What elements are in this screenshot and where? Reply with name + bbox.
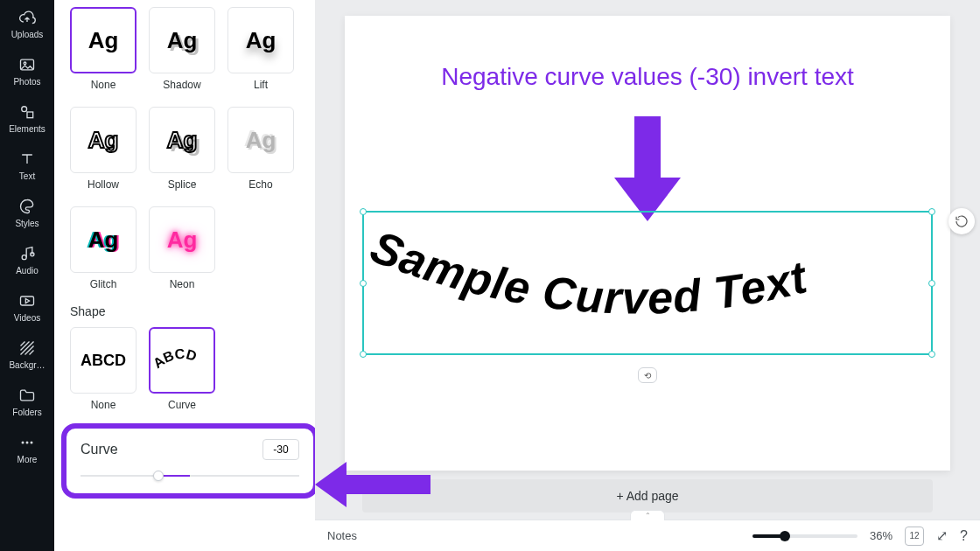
- rail-more[interactable]: More: [0, 425, 54, 472]
- rail-label: Videos: [14, 313, 40, 323]
- rail-folders[interactable]: Folders: [0, 378, 54, 425]
- curve-label: Curve: [80, 442, 118, 457]
- rail-styles[interactable]: Styles: [0, 189, 54, 236]
- resize-handle[interactable]: [360, 351, 367, 358]
- folder-icon: [18, 387, 36, 404]
- shape-tile: ABCD: [149, 327, 215, 394]
- shape-none[interactable]: ABCDNone: [70, 327, 136, 411]
- help-icon[interactable]: ?: [960, 528, 968, 544]
- resize-handle[interactable]: [360, 208, 367, 215]
- svg-rect-6: [21, 296, 34, 305]
- add-page-label: + Add page: [616, 489, 678, 503]
- effect-tile: Ag: [70, 107, 136, 173]
- effect-tile: Ag: [228, 7, 294, 73]
- notes-button[interactable]: Notes: [327, 529, 357, 542]
- resize-handle[interactable]: [928, 351, 935, 358]
- svg-text:ABCD: ABCD: [154, 346, 199, 371]
- page-count-icon[interactable]: 12: [905, 527, 924, 546]
- effect-tile: Ag: [149, 7, 215, 73]
- effects-panel: AgNoneAgShadowAgLiftAgHollowAgSpliceAgEc…: [54, 0, 315, 551]
- cloud-up-icon: [18, 9, 36, 26]
- effect-neon[interactable]: AgNeon: [149, 206, 215, 290]
- effect-label: Splice: [168, 178, 197, 191]
- svg-point-9: [31, 441, 33, 443]
- effect-tile: Ag: [149, 107, 215, 173]
- rail-uploads[interactable]: Uploads: [0, 0, 54, 47]
- image-icon: [18, 56, 36, 73]
- resize-handle[interactable]: [360, 280, 367, 287]
- annotation-arrow-down-icon: [614, 116, 681, 221]
- curve-slider[interactable]: [80, 471, 299, 481]
- effect-none[interactable]: AgNone: [70, 7, 136, 91]
- audio-icon: [18, 245, 36, 262]
- rail-photos[interactable]: Photos: [0, 47, 54, 94]
- effect-glitch[interactable]: AgGlitch: [70, 206, 136, 290]
- rail-elements[interactable]: Elements: [0, 94, 54, 142]
- rail-label: More: [18, 455, 38, 464]
- annotation-callout: Negative curve values (-30) invert text: [345, 63, 950, 91]
- rail-label: Text: [19, 171, 35, 181]
- rail-label: Styles: [15, 219, 38, 228]
- rail-label: Folders: [12, 408, 41, 417]
- fullscreen-icon[interactable]: ⤢: [936, 527, 948, 544]
- rail-label: Backgr…: [9, 360, 45, 370]
- zoom-slider[interactable]: [752, 534, 858, 538]
- rail-text[interactable]: Text: [0, 142, 54, 189]
- svg-point-7: [22, 441, 24, 443]
- effect-label: Lift: [254, 79, 268, 91]
- effect-echo[interactable]: AgEcho: [228, 107, 294, 191]
- annotation-arrow-left-icon: [315, 462, 430, 507]
- shape-section-title: Shape: [70, 304, 299, 318]
- svg-point-2: [22, 106, 27, 111]
- effect-splice[interactable]: AgSplice: [149, 107, 215, 191]
- rail-label: Uploads: [11, 30, 44, 39]
- curve-control-highlight: Curve: [61, 423, 318, 499]
- hatch-icon: [18, 339, 36, 357]
- effect-lift[interactable]: AgLift: [228, 7, 294, 91]
- zoom-value[interactable]: 36%: [870, 529, 892, 542]
- effect-label: Glitch: [90, 278, 117, 290]
- add-page-button[interactable]: + Add page: [362, 479, 933, 513]
- effect-label: Neon: [170, 278, 195, 290]
- effect-label: Hollow: [88, 178, 119, 191]
- shape-curve[interactable]: ABCDCurve: [149, 327, 215, 411]
- effect-tile: Ag: [228, 107, 294, 173]
- effect-hollow[interactable]: AgHollow: [70, 107, 136, 191]
- svg-point-4: [22, 255, 26, 259]
- rail-audio[interactable]: Audio: [0, 236, 54, 283]
- rail-label: Elements: [9, 124, 46, 134]
- effect-label: Shadow: [163, 79, 200, 91]
- effect-label: None: [91, 79, 116, 91]
- text-icon: [18, 150, 36, 168]
- page-rotate-button[interactable]: [948, 208, 975, 234]
- shape-label: Curve: [168, 399, 196, 411]
- shape-tile: ABCD: [70, 327, 136, 394]
- video-icon: [18, 292, 36, 310]
- text-selection-box[interactable]: ⟲: [362, 211, 933, 355]
- more-icon: [18, 434, 36, 451]
- design-page[interactable]: Negative curve values (-30) invert text …: [345, 16, 950, 471]
- rail-videos[interactable]: Videos: [0, 283, 54, 331]
- nav-rail: Uploads Photos Elements Text Styles Audi…: [0, 0, 54, 551]
- svg-point-1: [24, 62, 26, 65]
- curve-value-input[interactable]: [262, 439, 299, 460]
- resize-handle[interactable]: [928, 280, 935, 287]
- rail-label: Audio: [16, 266, 38, 276]
- effect-tile: Ag: [149, 206, 215, 273]
- bottom-bar: ⌃ Notes 36% 12 ⤢ ?: [315, 520, 980, 551]
- effect-label: Echo: [248, 178, 272, 191]
- effect-tile: Ag: [70, 7, 136, 73]
- shape-label: None: [91, 399, 116, 411]
- resize-handle[interactable]: [928, 208, 935, 215]
- palette-icon: [18, 198, 36, 215]
- page-thumb-tab[interactable]: ⌃: [630, 510, 665, 520]
- effect-tile: Ag: [70, 206, 136, 273]
- effect-shadow[interactable]: AgShadow: [149, 7, 215, 91]
- rotate-handle-icon[interactable]: ⟲: [638, 367, 657, 383]
- svg-point-8: [26, 441, 29, 443]
- shapes-icon: [18, 103, 36, 121]
- svg-rect-3: [27, 112, 33, 118]
- rail-label: Photos: [13, 77, 40, 87]
- rotate-icon: [955, 214, 969, 228]
- rail-background[interactable]: Backgr…: [0, 331, 54, 378]
